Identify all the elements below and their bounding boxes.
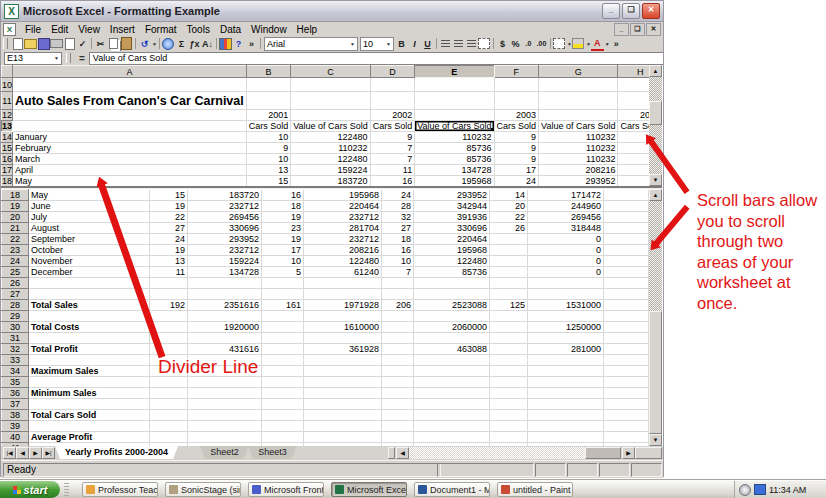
borders-icon[interactable] — [553, 38, 566, 50]
cell-G13[interactable]: Value of Cars Sold — [539, 121, 618, 132]
hscroll-right-icon[interactable]: ▶ — [622, 447, 635, 459]
paste-icon[interactable] — [120, 38, 133, 50]
cell-D12[interactable]: 2002 — [370, 110, 415, 121]
cell-B20[interactable]: 22 — [150, 212, 188, 223]
copy-icon[interactable] — [107, 38, 120, 50]
cell-C21[interactable]: 330696 — [188, 223, 262, 234]
row-header-22[interactable]: 22 — [2, 234, 29, 245]
cell-C19[interactable]: 232712 — [188, 201, 262, 212]
cell-A38[interactable]: Total Cars Sold — [29, 410, 150, 421]
cell-B22[interactable]: 24 — [150, 234, 188, 245]
cell-F40[interactable] — [382, 432, 414, 443]
tray-network-icon[interactable] — [754, 484, 766, 495]
bold-icon[interactable]: B — [395, 38, 408, 50]
cell-F31[interactable] — [382, 333, 414, 344]
cell-A33[interactable] — [29, 355, 150, 366]
cell-A19[interactable]: June — [29, 201, 150, 212]
cell-C14[interactable]: 122480 — [291, 132, 370, 143]
cell-I36[interactable] — [528, 388, 604, 399]
row-header-23[interactable]: 23 — [2, 245, 29, 256]
italic-icon[interactable]: I — [408, 38, 421, 50]
cell-F39[interactable] — [382, 421, 414, 432]
cell-I39[interactable] — [528, 421, 604, 432]
cell-C17[interactable]: 159224 — [291, 165, 370, 176]
cell-C31[interactable] — [188, 333, 262, 344]
cell-H29[interactable] — [490, 311, 528, 322]
cell-H34[interactable] — [490, 366, 528, 377]
cell-D18[interactable]: 16 — [262, 190, 304, 201]
menu-format[interactable]: Format — [140, 23, 182, 36]
cell-E17[interactable]: 134728 — [415, 165, 494, 176]
cell-G15[interactable]: 110232 — [539, 143, 618, 154]
cell-H37[interactable] — [490, 399, 528, 410]
cell-B14[interactable]: 10 — [246, 132, 291, 143]
menu-help[interactable]: Help — [292, 23, 323, 36]
save-icon[interactable] — [37, 38, 50, 50]
cell-F36[interactable] — [382, 388, 414, 399]
autosum-icon[interactable]: Σ — [175, 38, 188, 50]
cell-J34[interactable] — [604, 366, 649, 377]
row-header-29[interactable]: 29 — [2, 311, 29, 322]
cell-G32[interactable]: 463088 — [414, 344, 490, 355]
cell-F14[interactable]: 9 — [494, 132, 539, 143]
cell-H27[interactable] — [490, 289, 528, 300]
cell-I20[interactable]: 269456 — [528, 212, 604, 223]
workbook-minimize-button[interactable]: _ — [614, 23, 629, 36]
row-header-30[interactable]: 30 — [2, 322, 29, 333]
cell-C12[interactable] — [291, 110, 370, 121]
cell-F34[interactable] — [382, 366, 414, 377]
decrease-decimal-icon[interactable]: .00 — [535, 38, 548, 50]
cell-E38[interactable] — [304, 410, 382, 421]
cell-A17[interactable]: April — [13, 165, 247, 176]
cell-D38[interactable] — [262, 410, 304, 421]
cell-I27[interactable] — [528, 289, 604, 300]
cell-A39[interactable] — [29, 421, 150, 432]
task-button-professor-teac-[interactable]: Professor Teac... — [82, 482, 158, 497]
cell-J23[interactable] — [604, 245, 649, 256]
row-header-37[interactable]: 37 — [2, 399, 29, 410]
cell-E35[interactable] — [304, 377, 382, 388]
percent-icon[interactable]: % — [509, 38, 522, 50]
cell-F21[interactable]: 27 — [382, 223, 414, 234]
paste-function-icon[interactable]: ƒx — [188, 38, 201, 50]
cell-B28[interactable]: 192 — [150, 300, 188, 311]
workbook-close-button[interactable]: ✕ — [646, 23, 661, 36]
cell-C30[interactable]: 1920000 — [188, 322, 262, 333]
horizontal-scroll-thumb[interactable] — [585, 447, 621, 459]
cell-I29[interactable] — [528, 311, 604, 322]
cell-J37[interactable] — [604, 399, 649, 410]
cell-J24[interactable] — [604, 256, 649, 267]
cell-G39[interactable] — [414, 421, 490, 432]
undo-dropdown-icon[interactable]: ▼ — [152, 41, 157, 47]
cell-G11[interactable] — [539, 92, 618, 110]
cell-E14[interactable]: 110232 — [415, 132, 494, 143]
restore-button[interactable]: ❏ — [622, 3, 640, 19]
cell-J29[interactable] — [604, 311, 649, 322]
cell-J32[interactable] — [604, 344, 649, 355]
cell-F18[interactable]: 24 — [494, 176, 539, 187]
cell-D32[interactable] — [262, 344, 304, 355]
row-header-15[interactable]: 15 — [2, 143, 13, 154]
cell-E18[interactable]: 195968 — [415, 176, 494, 187]
cell-C23[interactable]: 232712 — [188, 245, 262, 256]
cell-J31[interactable] — [604, 333, 649, 344]
cell-J19[interactable] — [604, 201, 649, 212]
namebox-dropdown-icon[interactable]: ▼ — [54, 55, 59, 61]
cell-G10[interactable] — [539, 78, 618, 92]
cell-H38[interactable] — [490, 410, 528, 421]
row-header-25[interactable]: 25 — [2, 267, 29, 278]
cell-H19[interactable]: 20 — [490, 201, 528, 212]
row-header-11[interactable]: 11 — [2, 92, 13, 110]
cell-E32[interactable]: 361928 — [304, 344, 382, 355]
cell-A29[interactable] — [29, 311, 150, 322]
cell-A23[interactable]: October — [29, 245, 150, 256]
cell-I31[interactable] — [528, 333, 604, 344]
cell-E30[interactable]: 1610000 — [304, 322, 382, 333]
undo-icon[interactable]: ↺ — [138, 38, 151, 50]
column-header-C[interactable]: C — [291, 66, 370, 78]
cell-F10[interactable] — [494, 78, 539, 92]
prev-sheet-icon[interactable]: ◀ — [16, 447, 29, 459]
merge-center-icon[interactable] — [478, 38, 491, 50]
row-header-20[interactable]: 20 — [2, 212, 29, 223]
cell-F16[interactable]: 9 — [494, 154, 539, 165]
